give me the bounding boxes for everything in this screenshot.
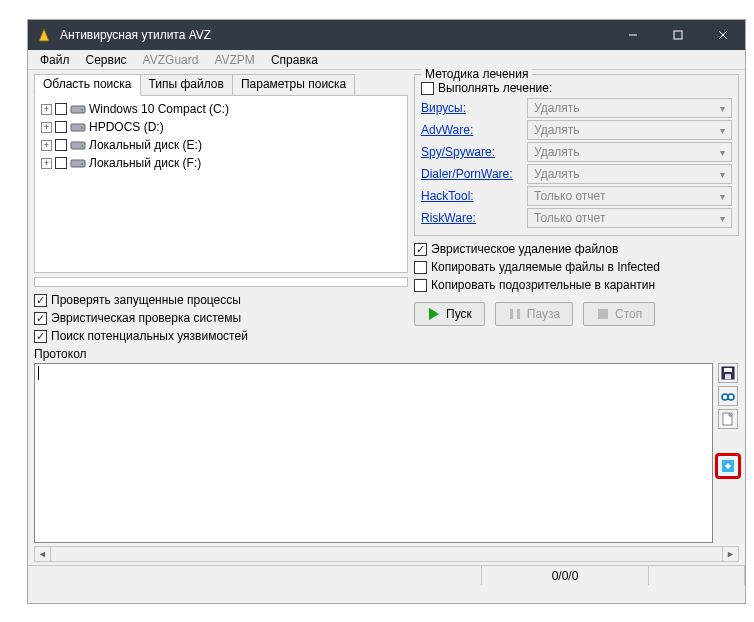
combo-spyware[interactable]: Удалять▾ xyxy=(527,142,732,162)
svg-rect-8 xyxy=(71,142,85,149)
checkbox-icon[interactable] xyxy=(421,82,434,95)
svg-point-20 xyxy=(728,394,734,400)
save-icon[interactable] xyxy=(718,363,738,383)
link-viruses[interactable]: Вирусы: xyxy=(421,101,521,115)
drive-tree[interactable]: + Windows 10 Compact (C:) + HPDOCS (D:) … xyxy=(34,95,408,273)
glasses-icon[interactable] xyxy=(718,386,738,406)
svg-rect-14 xyxy=(517,309,520,319)
combo-riskware[interactable]: Только отчет▾ xyxy=(527,208,732,228)
checkbox-icon[interactable] xyxy=(414,243,427,256)
check-label: Копировать подозрительные в карантин xyxy=(431,278,655,292)
chevron-down-icon: ▾ xyxy=(720,169,725,180)
menu-avzguard[interactable]: AVZGuard xyxy=(135,51,207,69)
scroll-track[interactable] xyxy=(51,547,722,561)
tree-row[interactable]: + HPDOCS (D:) xyxy=(39,118,403,136)
check-vulnerabilities[interactable]: Поиск потенциальных уязвимостей xyxy=(34,327,408,345)
text-cursor xyxy=(38,366,39,380)
chevron-down-icon: ▾ xyxy=(720,125,725,136)
combo-viruses[interactable]: Удалять▾ xyxy=(527,98,732,118)
combo-advware[interactable]: Удалять▾ xyxy=(527,120,732,140)
treatment-legend: Методика лечения xyxy=(421,67,532,81)
treat-row-virus: Вирусы: Удалять▾ xyxy=(421,97,732,119)
link-hacktool[interactable]: HackTool: xyxy=(421,189,521,203)
pause-icon xyxy=(508,307,522,321)
perform-label: Выполнять лечение: xyxy=(438,81,552,95)
drive-label: Локальный диск (E:) xyxy=(89,138,202,152)
status-counters: 0/0/0 xyxy=(482,566,649,585)
check-copy-infected[interactable]: Копировать удаляемые файлы в Infected xyxy=(414,258,739,276)
tab-scan-params[interactable]: Параметры поиска xyxy=(232,74,355,96)
link-advware[interactable]: AdvWare: xyxy=(421,123,521,137)
chevron-down-icon: ▾ xyxy=(720,103,725,114)
drive-icon xyxy=(70,103,86,115)
main-content: Область поиска Типы файлов Параметры пои… xyxy=(28,70,745,345)
link-spyware[interactable]: Spy/Spyware: xyxy=(421,145,521,159)
highlighted-tool-icon[interactable] xyxy=(715,453,741,479)
svg-rect-10 xyxy=(71,160,85,167)
check-copy-quarantine[interactable]: Копировать подозрительные в карантин xyxy=(414,276,739,294)
check-heur-delete[interactable]: Эвристическое удаление файлов xyxy=(414,240,739,258)
checkbox-icon[interactable] xyxy=(414,261,427,274)
tree-row[interactable]: + Windows 10 Compact (C:) xyxy=(39,100,403,118)
protocol-hscroll[interactable]: ◄ ► xyxy=(34,546,739,562)
status-cell-3 xyxy=(649,566,745,585)
pause-button[interactable]: Пауза xyxy=(495,302,573,326)
start-button[interactable]: Пуск xyxy=(414,302,485,326)
expand-icon[interactable]: + xyxy=(41,158,52,169)
expand-icon[interactable]: + xyxy=(41,104,52,115)
menu-file[interactable]: Файл xyxy=(32,51,78,69)
treat-row-dialer: Dialer/PornWare: Удалять▾ xyxy=(421,163,732,185)
drive-icon xyxy=(70,121,86,133)
protocol-textarea[interactable] xyxy=(34,363,713,543)
scroll-left-icon[interactable]: ◄ xyxy=(35,547,51,561)
menu-service[interactable]: Сервис xyxy=(78,51,135,69)
statusbar: 0/0/0 xyxy=(28,565,745,585)
drive-checkbox[interactable] xyxy=(55,157,67,169)
menu-help[interactable]: Справка xyxy=(263,51,326,69)
protocol-side-toolbar xyxy=(717,363,739,543)
check-running-processes[interactable]: Проверять запущенные процессы xyxy=(34,291,408,309)
minimize-button[interactable] xyxy=(610,20,655,50)
drive-checkbox[interactable] xyxy=(55,121,67,133)
tab-strip: Область поиска Типы файлов Параметры пои… xyxy=(34,74,408,96)
chevron-down-icon: ▾ xyxy=(720,191,725,202)
expand-icon[interactable]: + xyxy=(41,140,52,151)
checkbox-icon[interactable] xyxy=(414,279,427,292)
checkbox-icon[interactable] xyxy=(34,330,47,343)
svg-point-5 xyxy=(81,109,83,111)
button-row: Пуск Пауза Стоп xyxy=(414,302,739,326)
menu-avzpm[interactable]: AVZPM xyxy=(206,51,262,69)
window-title: Антивирусная утилита AVZ xyxy=(60,28,610,42)
svg-point-19 xyxy=(722,394,728,400)
chevron-down-icon: ▾ xyxy=(720,213,725,224)
document-icon[interactable] xyxy=(718,409,738,429)
protocol-label: Протокол xyxy=(28,345,745,361)
tab-file-types[interactable]: Типы файлов xyxy=(140,74,233,96)
svg-rect-1 xyxy=(674,31,682,39)
tree-row[interactable]: + Локальный диск (E:) xyxy=(39,136,403,154)
svg-marker-12 xyxy=(429,308,439,320)
scroll-right-icon[interactable]: ► xyxy=(722,547,738,561)
tab-scan-area[interactable]: Область поиска xyxy=(34,74,141,96)
svg-rect-15 xyxy=(598,309,608,319)
check-heuristic-system[interactable]: Эвристическая проверка системы xyxy=(34,309,408,327)
check-label: Эвристическая проверка системы xyxy=(51,311,241,325)
combo-hacktool[interactable]: Только отчет▾ xyxy=(527,186,732,206)
link-dialer[interactable]: Dialer/PornWare: xyxy=(421,167,521,181)
combo-dialer[interactable]: Удалять▾ xyxy=(527,164,732,184)
drive-checkbox[interactable] xyxy=(55,103,67,115)
perform-treatment[interactable]: Выполнять лечение: xyxy=(421,79,732,97)
link-riskware[interactable]: RiskWare: xyxy=(421,211,521,225)
checkbox-icon[interactable] xyxy=(34,294,47,307)
checkbox-icon[interactable] xyxy=(34,312,47,325)
stop-button[interactable]: Стоп xyxy=(583,302,655,326)
progress-bar xyxy=(34,277,408,287)
drive-checkbox[interactable] xyxy=(55,139,67,151)
expand-icon[interactable]: + xyxy=(41,122,52,133)
close-button[interactable] xyxy=(700,20,745,50)
app-icon xyxy=(36,27,52,43)
check-label: Копировать удаляемые файлы в Infected xyxy=(431,260,660,274)
maximize-button[interactable] xyxy=(655,20,700,50)
check-label: Поиск потенциальных уязвимостей xyxy=(51,329,248,343)
tree-row[interactable]: + Локальный диск (F:) xyxy=(39,154,403,172)
